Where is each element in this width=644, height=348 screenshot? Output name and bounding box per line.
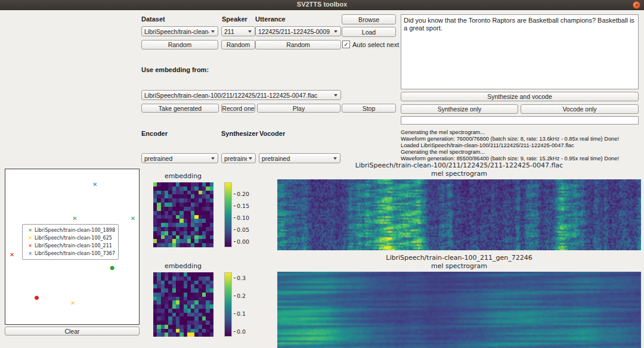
- clear-button[interactable]: Clear: [5, 327, 140, 335]
- spectrogram-2-subtitle: mel spectrogram: [277, 262, 641, 270]
- encoder-combobox-value: pretrained: [144, 155, 209, 162]
- synthesizer-combobox-value: pretraine: [224, 155, 247, 162]
- tick-mark: [234, 331, 236, 332]
- embedding-2-colorbar-ticks: 0.3 0.2 0.1 0.0: [234, 275, 246, 335]
- utterance-label: Utterance: [255, 15, 286, 23]
- legend-marker-icon: ✕: [26, 243, 35, 248]
- synthesize-and-vocode-button[interactable]: Synthesize and vocode: [401, 92, 639, 101]
- dataset-label: Dataset: [141, 15, 165, 23]
- embedding-1-title: embedding: [141, 172, 225, 180]
- embedding-1-heatmap: [153, 182, 213, 247]
- record-one-button[interactable]: Record one: [221, 104, 255, 113]
- window-title: SV2TTS toolbox: [0, 1, 644, 8]
- chevron-down-icon: [333, 157, 337, 160]
- tick-label: 0.05: [237, 226, 249, 233]
- legend-label: LibriSpeech/train-clean-100_7367: [35, 251, 115, 256]
- spectrogram-2-title: LibriSpeech/train-clean-100_211_gen_7224…: [277, 254, 641, 262]
- close-button[interactable]: ✕: [633, 1, 640, 9]
- use-embedding-label: Use embedding from:: [141, 66, 209, 73]
- legend-item: ✕ LibriSpeech/train-clean-100_625: [26, 234, 115, 242]
- speaker-label: Speaker: [222, 15, 247, 23]
- tick: 0.00: [234, 238, 249, 244]
- take-generated-button[interactable]: Take generated: [141, 104, 219, 113]
- tick-mark: [234, 278, 236, 278]
- projection-legend: ✕ LibriSpeech/train-clean-100_1898 ✕ Lib…: [22, 224, 119, 260]
- mel-spectrogram-1: [277, 179, 641, 250]
- chevron-down-icon: [211, 157, 215, 160]
- chevron-down-icon: [334, 94, 338, 97]
- stop-button[interactable]: Stop: [342, 104, 396, 113]
- auto-select-checkbox-box[interactable]: ✓: [342, 41, 350, 48]
- play-button[interactable]: Play: [257, 104, 340, 113]
- embedding-source-value: LibriSpeech/train-clean-100/211/122425/2…: [144, 92, 332, 99]
- tick-label: 0.10: [237, 215, 249, 221]
- utterance-combobox[interactable]: 122425/211-122425-0009: [255, 26, 341, 36]
- tick-label: 0.15: [237, 203, 249, 209]
- embedding-2-colorbar: [224, 272, 232, 337]
- spectrogram-1-title: LibriSpeech/train-clean-100/211/122425/2…: [277, 161, 641, 169]
- text-prompt-input[interactable]: Did you know that the Toronto Raptors ar…: [401, 14, 639, 89]
- titlebar: SV2TTS toolbox ✕: [0, 0, 644, 10]
- embedding-2-title: embedding: [141, 262, 225, 270]
- speaker-combobox[interactable]: 211: [221, 26, 255, 36]
- vocode-only-button[interactable]: Vocode only: [521, 104, 639, 114]
- vocoder-label: Vocoder: [259, 130, 285, 137]
- scatter-point: ✕: [72, 216, 77, 222]
- dataset-combobox[interactable]: LibriSpeech/train-clean-1: [141, 26, 218, 36]
- legend-label: LibriSpeech/train-clean-100_1898: [35, 228, 115, 233]
- legend-marker-icon: ✕: [26, 235, 35, 241]
- encoder-label: Encoder: [141, 130, 168, 137]
- chevron-down-icon: [334, 30, 338, 33]
- legend-label: LibriSpeech/train-clean-100_211: [35, 243, 112, 248]
- chevron-down-icon: [211, 30, 215, 33]
- sv2tts-window: SV2TTS toolbox ✕ Dataset Speaker Utteran…: [0, 0, 644, 348]
- synthesizer-combobox[interactable]: pretraine: [221, 153, 256, 163]
- tick-mark: [234, 206, 236, 206]
- load-button[interactable]: Load: [342, 27, 396, 37]
- tick-label: 0.0: [237, 328, 246, 335]
- legend-marker-icon: ✕: [26, 228, 35, 233]
- scatter-point: ✕: [70, 300, 75, 306]
- tick-mark: [234, 241, 236, 242]
- tick: 0.1: [234, 311, 246, 317]
- tick-label: 0.1: [237, 310, 246, 317]
- random-utterance-button[interactable]: Random: [255, 40, 341, 49]
- encoder-combobox[interactable]: pretrained: [141, 153, 218, 163]
- tick: 0.15: [234, 203, 249, 209]
- scatter-point: ✕: [131, 216, 135, 222]
- status-log: Generating the mel spectrogram... Wavefo…: [401, 129, 642, 164]
- scatter-point: ●: [35, 294, 39, 300]
- legend-item: ✕ LibriSpeech/train-clean-100_7367: [26, 250, 115, 257]
- output-text-field[interactable]: [401, 116, 639, 125]
- tick: 0.20: [234, 191, 249, 197]
- auto-select-checkbox[interactable]: ✓ Auto select next: [342, 41, 399, 48]
- dataset-combobox-value: LibriSpeech/train-clean-1: [144, 28, 209, 35]
- synthesize-only-button[interactable]: Synthesize only: [401, 104, 518, 114]
- tick: 0.2: [234, 293, 246, 299]
- tick: 0.05: [234, 226, 249, 232]
- scatter-point: ●: [110, 265, 114, 271]
- embedding-2-heatmap: [153, 272, 213, 337]
- legend-item: ✕ LibriSpeech/train-clean-100_1898: [26, 226, 115, 234]
- browse-button[interactable]: Browse: [342, 14, 396, 24]
- speaker-combobox-value: 211: [224, 28, 246, 35]
- scatter-point: ✕: [10, 252, 14, 258]
- utterance-combobox-value: 122425/211-122425-0009: [258, 28, 332, 35]
- mel-spectrogram-2: [277, 272, 641, 348]
- legend-marker-icon: ✕: [26, 251, 35, 256]
- tick: 0.0: [234, 329, 246, 335]
- random-speaker-button[interactable]: Random: [221, 40, 255, 49]
- spectrogram-1-subtitle: mel spectrogram: [277, 170, 641, 178]
- auto-select-checkbox-label: Auto select next: [352, 41, 399, 48]
- tick: 0.10: [234, 215, 249, 220]
- scatter-point: ✕: [92, 182, 97, 188]
- embedding-1-colorbar: [224, 182, 232, 247]
- random-dataset-button[interactable]: Random: [141, 40, 218, 49]
- synthesizer-label: Synthesizer: [221, 130, 258, 137]
- vocoder-combobox-value: pretrained: [262, 155, 332, 162]
- tick-mark: [234, 313, 236, 314]
- tick-mark: [234, 229, 236, 230]
- embedding-source-combobox[interactable]: LibriSpeech/train-clean-100/211/122425/2…: [141, 90, 341, 100]
- tick-label: 0.2: [237, 293, 246, 299]
- legend-label: LibriSpeech/train-clean-100_625: [35, 235, 112, 241]
